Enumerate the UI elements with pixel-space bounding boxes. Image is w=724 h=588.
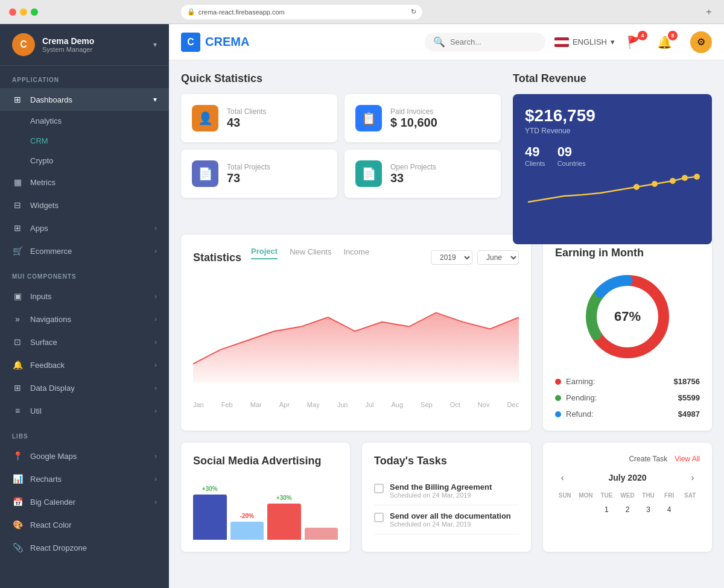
google-maps-label: Google Maps bbox=[30, 452, 147, 461]
total-clients-label: Total Clients bbox=[227, 107, 266, 116]
calendar-days: 1 2 3 4 bbox=[555, 502, 700, 517]
flag-notif-btn[interactable]: 🚩 4 bbox=[624, 32, 645, 52]
language-selector[interactable]: ENGLISH ▾ bbox=[554, 37, 615, 47]
month-feb: Feb bbox=[221, 401, 233, 408]
sidebar-item-recharts[interactable]: 📊 Recharts › bbox=[0, 467, 169, 490]
paid-invoices-value: $ 10,600 bbox=[390, 116, 437, 130]
bell-btn[interactable]: 🔔 8 bbox=[654, 32, 675, 52]
sidebar-item-metrics[interactable]: ▦ Metrics bbox=[0, 171, 169, 194]
new-tab-button[interactable]: + bbox=[703, 6, 715, 18]
cal-day-2[interactable]: 2 bbox=[618, 502, 638, 517]
earning-value: $18756 bbox=[674, 377, 700, 386]
bar-2 bbox=[230, 522, 264, 540]
sidebar-item-google-maps[interactable]: 📍 Google Maps › bbox=[0, 444, 169, 467]
user-menu-chevron[interactable]: ▾ bbox=[153, 40, 157, 49]
bar-label-top-1: +30% bbox=[202, 485, 218, 492]
revenue-title: Total Revenue bbox=[513, 72, 712, 85]
search-input[interactable] bbox=[450, 37, 537, 46]
statistics-header: Statistics Project New Clients Income 20… bbox=[193, 247, 519, 268]
cal-thu: THU bbox=[638, 492, 658, 499]
section-label-application: APPLICATION bbox=[0, 66, 169, 88]
cal-sat: SAT bbox=[680, 492, 700, 499]
cal-day-4[interactable]: 4 bbox=[659, 502, 679, 517]
sidebar-item-ecommerce[interactable]: 🛒 Ecommerce › bbox=[0, 239, 169, 262]
browser-url-bar[interactable]: 🔒 crema-react.firebaseapp.com ↻ bbox=[181, 5, 422, 19]
sidebar-item-big-calender[interactable]: 📅 Big Calender › bbox=[0, 490, 169, 513]
sidebar-user-header[interactable]: C Crema Demo System Manager ▾ bbox=[0, 24, 169, 66]
react-dropzone-label: React Dropzone bbox=[30, 543, 157, 552]
apps-label: Apps bbox=[30, 224, 147, 233]
sidebar-item-dashboards[interactable]: ⊞ Dashboards ▾ bbox=[0, 88, 169, 111]
sidebar-item-feedback[interactable]: 🔔 Feedback › bbox=[0, 353, 169, 376]
sidebar-item-inputs[interactable]: ▣ Inputs › bbox=[0, 285, 169, 308]
revenue-section: Total Revenue $216,759 YTD Revenue 49 Cl… bbox=[513, 72, 712, 223]
browser-chrome: 🔒 crema-react.firebaseapp.com ↻ + bbox=[0, 0, 724, 24]
calendar-next-btn[interactable]: › bbox=[685, 470, 700, 485]
surface-label: Surface bbox=[30, 338, 147, 347]
sidebar-item-apps[interactable]: ⊞ Apps › bbox=[0, 217, 169, 239]
metrics-label: Metrics bbox=[30, 178, 157, 187]
cal-mon: MON bbox=[576, 492, 596, 499]
reload-icon[interactable]: ↻ bbox=[411, 8, 416, 16]
svg-point-0 bbox=[634, 184, 640, 190]
bar-4 bbox=[305, 528, 338, 540]
sidebar-item-data-display[interactable]: ⊞ Data Display › bbox=[0, 376, 169, 399]
task-checkbox-2[interactable] bbox=[374, 513, 384, 522]
maximize-dot[interactable] bbox=[31, 8, 38, 16]
lock-icon: 🔒 bbox=[187, 8, 195, 16]
data-display-icon: ⊞ bbox=[12, 382, 23, 393]
revenue-stats: 49 Clients 09 Countries bbox=[525, 144, 700, 167]
feedback-chevron: › bbox=[154, 361, 157, 368]
sidebar-item-navigations[interactable]: » Navigations › bbox=[0, 308, 169, 330]
flag-icon bbox=[554, 37, 569, 47]
react-dropzone-icon: 📎 bbox=[12, 542, 23, 553]
sidebar-item-analytics[interactable]: Analytics bbox=[0, 111, 169, 131]
calendar-prev-btn[interactable]: ‹ bbox=[555, 470, 570, 485]
year-filter[interactable]: 20192020 bbox=[431, 250, 472, 265]
settings-button[interactable]: ⚙ bbox=[690, 31, 712, 53]
refund-dot bbox=[555, 411, 561, 417]
month-aug: Aug bbox=[392, 401, 404, 408]
stats-filters: 20192020 JuneJuly bbox=[431, 250, 519, 265]
sidebar-item-react-color[interactable]: 🎨 React Color bbox=[0, 513, 169, 536]
revenue-amount: $216,759 bbox=[525, 106, 700, 125]
cal-day-3[interactable]: 3 bbox=[638, 502, 658, 517]
dashboards-label: Dashboards bbox=[30, 95, 146, 104]
sidebar-item-surface[interactable]: ⊡ Surface › bbox=[0, 330, 169, 353]
sidebar-item-crypto[interactable]: Crypto bbox=[0, 151, 169, 171]
pending-dot bbox=[555, 395, 561, 401]
earning-card: Earning in Month 67% bbox=[543, 235, 712, 431]
tab-income[interactable]: Income bbox=[343, 247, 369, 259]
bottom-section: Social Media Advertising +30% -20% +30% bbox=[181, 443, 712, 552]
tab-project[interactable]: Project bbox=[251, 247, 278, 259]
logo: C CREMA bbox=[181, 33, 249, 52]
section-label-components: MUI COMPONENTS bbox=[0, 262, 169, 285]
section-label-libs: LIBS bbox=[0, 422, 169, 444]
sidebar-item-crm[interactable]: CRM bbox=[0, 131, 169, 151]
navigations-chevron: › bbox=[154, 315, 157, 323]
open-projects-value: 33 bbox=[390, 171, 436, 185]
tab-new-clients[interactable]: New Clients bbox=[290, 247, 331, 259]
month-jul: Jul bbox=[365, 401, 373, 408]
donut-percentage: 67% bbox=[614, 309, 641, 324]
sidebar-item-react-dropzone[interactable]: 📎 React Dropzone bbox=[0, 536, 169, 559]
view-all-button[interactable]: View All bbox=[675, 455, 700, 463]
month-sep: Sep bbox=[421, 401, 433, 408]
sidebar-item-widgets[interactable]: ⊟ Widgets bbox=[0, 194, 169, 217]
search-bar[interactable]: 🔍 bbox=[425, 33, 545, 51]
svg-point-4 bbox=[694, 174, 700, 180]
sidebar-item-util[interactable]: ≡ Util › bbox=[0, 399, 169, 422]
month-filter[interactable]: JuneJuly bbox=[477, 250, 519, 265]
close-dot[interactable] bbox=[9, 8, 16, 16]
create-task-button[interactable]: Create Task bbox=[629, 455, 667, 463]
apps-chevron: › bbox=[154, 224, 157, 232]
task-checkbox-1[interactable] bbox=[374, 484, 384, 493]
earning-dot bbox=[555, 379, 561, 385]
stat-card-paid-invoices: 📋 Paid Invoices $ 10,600 bbox=[345, 94, 501, 142]
stats-grid: 👤 Total Clients 43 📋 Paid Invoices $ 10,… bbox=[181, 94, 501, 198]
legend-refund: Refund: $4987 bbox=[555, 409, 700, 419]
cal-day-1[interactable]: 1 bbox=[597, 502, 617, 517]
minimize-dot[interactable] bbox=[20, 8, 27, 16]
cal-day-empty-2 bbox=[576, 502, 596, 517]
revenue-countries: 09 Countries bbox=[557, 144, 586, 167]
